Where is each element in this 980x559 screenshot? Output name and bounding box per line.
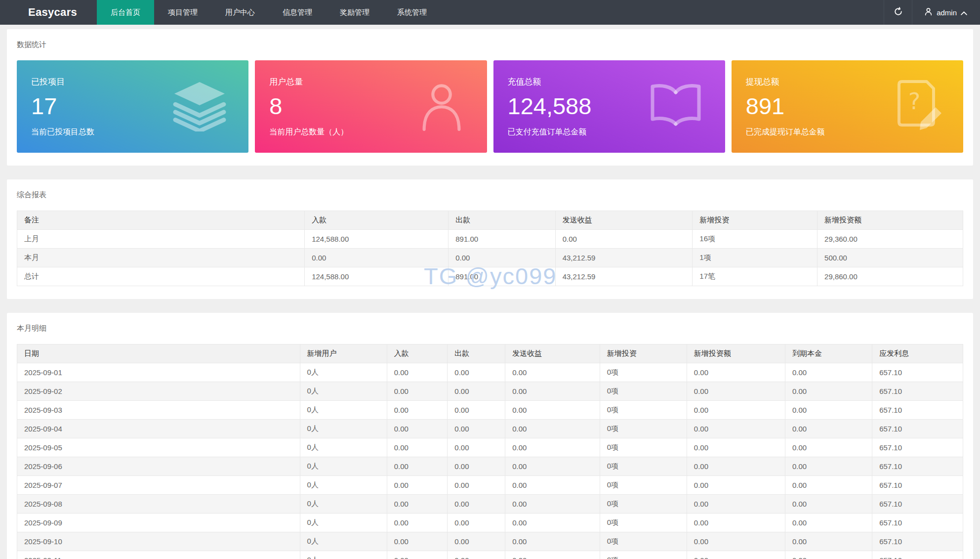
table-cell: 0人 (300, 457, 387, 476)
table-cell: 2025-09-01 (17, 363, 300, 382)
table-cell: 0.00 (448, 382, 505, 401)
stat-card-invested-projects[interactable]: 已投项目 17 当前已投项目总数 (17, 60, 248, 153)
table-cell: 0.00 (505, 438, 600, 457)
stat-cards: 已投项目 17 当前已投项目总数 用户总量 8 当前用户总数量（人） (17, 60, 963, 153)
table-cell: 29,860.00 (817, 267, 963, 286)
table-cell: 0.00 (785, 363, 872, 382)
table-cell: 0.00 (387, 551, 448, 559)
table-cell: 0.00 (505, 401, 600, 420)
table-cell: 0.00 (505, 495, 600, 514)
stat-card-total-withdraw[interactable]: 提现总额 891 已完成提现订单总金额 ? (732, 60, 963, 153)
table-cell: 0项 (600, 495, 687, 514)
refresh-icon (894, 7, 903, 18)
table-cell: 0.00 (505, 363, 600, 382)
user-menu[interactable]: admin (912, 0, 980, 25)
table-cell: 0.00 (448, 532, 505, 551)
table-cell: 0项 (600, 551, 687, 559)
table-row: 2025-09-090人0.000.000.000项0.000.00657.10 (17, 514, 963, 532)
table-cell: 2025-09-02 (17, 382, 300, 401)
table-cell: 0.00 (687, 514, 785, 532)
column-header: 备注 (17, 211, 305, 230)
table-cell: 0.00 (449, 249, 555, 267)
table-cell: 0.00 (505, 420, 600, 438)
table-row: 2025-09-050人0.000.000.000项0.000.00657.10 (17, 438, 963, 457)
table-cell: 0.00 (687, 420, 785, 438)
column-header: 出款 (449, 211, 555, 230)
table-cell: 657.10 (872, 363, 963, 382)
table-cell: 891.00 (449, 230, 555, 249)
table-row: 2025-09-070人0.000.000.000项0.000.00657.10 (17, 476, 963, 495)
user-icon (416, 80, 467, 133)
table-cell: 657.10 (872, 457, 963, 476)
table-cell: 0人 (300, 420, 387, 438)
table-cell: 0.00 (785, 514, 872, 532)
layers-icon (170, 80, 229, 133)
nav-item-3[interactable]: 信息管理 (269, 0, 326, 25)
table-cell: 657.10 (872, 438, 963, 457)
table-cell: 0.00 (505, 514, 600, 532)
table-cell: 0人 (300, 551, 387, 559)
open-book-icon (646, 82, 705, 132)
column-header: 新增投资额 (687, 344, 785, 363)
column-header: 新增投资额 (817, 211, 963, 230)
table-cell: 29,360.00 (817, 230, 963, 249)
table-cell: 0项 (600, 420, 687, 438)
nav-item-2[interactable]: 用户中心 (211, 0, 269, 25)
nav-item-0[interactable]: 后台首页 (97, 0, 154, 25)
table-cell: 0.00 (448, 401, 505, 420)
table-cell: 0.00 (687, 476, 785, 495)
table-cell: 0.00 (687, 551, 785, 559)
stat-card-total-recharge[interactable]: 充值总额 124,588 已支付充值订单总金额 (493, 60, 725, 153)
nav-item-5[interactable]: 系统管理 (383, 0, 441, 25)
table-cell: 0.00 (387, 514, 448, 532)
table-cell: 124,588.00 (305, 230, 449, 249)
brand-logo[interactable]: Easycars (0, 0, 97, 25)
table-row: 2025-09-060人0.000.000.000项0.000.00657.10 (17, 457, 963, 476)
table-cell: 0.00 (448, 457, 505, 476)
table-cell: 0人 (300, 532, 387, 551)
column-header: 日期 (17, 344, 300, 363)
monthly-detail-table: 日期新增用户入款出款发送收益新增投资新增投资额到期本金应发利息2025-09-0… (17, 344, 963, 559)
table-cell: 2025-09-04 (17, 420, 300, 438)
table-cell: 657.10 (872, 476, 963, 495)
table-cell: 0.00 (387, 363, 448, 382)
table-cell: 0人 (300, 401, 387, 420)
nav-item-1[interactable]: 项目管理 (154, 0, 211, 25)
table-cell: 657.10 (872, 495, 963, 514)
table-cell: 16项 (693, 230, 817, 249)
table-cell: 17笔 (693, 267, 817, 286)
table-row: 2025-09-110人0.000.000.000项0.000.00657.10 (17, 551, 963, 559)
table-row: 2025-09-010人0.000.000.000项0.000.00657.10 (17, 363, 963, 382)
table-cell: 0.00 (505, 457, 600, 476)
table-row: 2025-09-080人0.000.000.000项0.000.00657.10 (17, 495, 963, 514)
navbar: Easycars 后台首页项目管理用户中心信息管理奖励管理系统管理 admin (0, 0, 980, 25)
table-cell: 0.00 (785, 438, 872, 457)
table-cell: 0.00 (555, 230, 693, 249)
column-header: 入款 (387, 344, 448, 363)
table-cell: 0.00 (448, 495, 505, 514)
table-cell: 0.00 (785, 401, 872, 420)
column-header: 新增用户 (300, 344, 387, 363)
svg-text:?: ? (908, 88, 920, 115)
summary-report-table: 备注入款出款发送收益新增投资新增投资额上月124,588.00891.000.0… (17, 211, 963, 286)
table-cell: 0.00 (387, 532, 448, 551)
table-cell: 0项 (600, 382, 687, 401)
table-cell: 2025-09-10 (17, 532, 300, 551)
stat-card-total-users[interactable]: 用户总量 8 当前用户总数量（人） (255, 60, 487, 153)
table-cell: 0.00 (785, 532, 872, 551)
user-icon (924, 7, 933, 17)
nav-item-4[interactable]: 奖励管理 (326, 0, 383, 25)
table-cell: 2025-09-08 (17, 495, 300, 514)
table-row: 上月124,588.00891.000.0016项29,360.00 (17, 230, 963, 249)
monthly-detail-panel: 本月明细 日期新增用户入款出款发送收益新增投资新增投资额到期本金应发利息2025… (7, 313, 973, 559)
table-cell: 0.00 (687, 438, 785, 457)
table-cell: 2025-09-06 (17, 457, 300, 476)
stats-section-title: 数据统计 (17, 40, 963, 49)
table-cell: 0.00 (387, 495, 448, 514)
column-header: 新增投资 (693, 211, 817, 230)
table-cell: 0项 (600, 401, 687, 420)
table-cell: 0.00 (448, 363, 505, 382)
refresh-button[interactable] (884, 0, 912, 25)
stats-panel: 数据统计 已投项目 17 当前已投项目总数 用户总量 8 当前用 (7, 29, 973, 166)
chevron-up-icon (961, 8, 967, 17)
